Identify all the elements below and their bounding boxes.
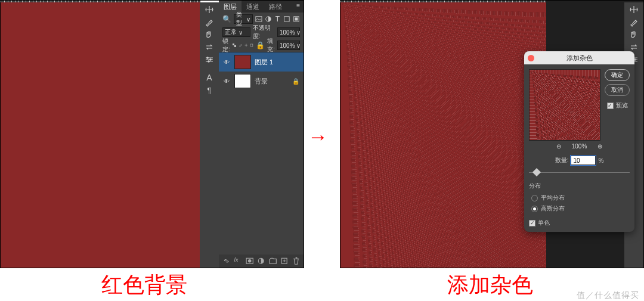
dialog-titlebar[interactable]: 添加杂色	[524, 51, 634, 64]
tab-channels[interactable]: 通道	[242, 1, 264, 13]
layer-thumbnail[interactable]	[234, 55, 251, 69]
noise-preview[interactable]	[529, 69, 600, 141]
visibility-icon[interactable]: 👁	[222, 78, 231, 85]
blend-mode-select[interactable]: 正常 ∨	[222, 27, 250, 37]
chevron-down-icon: ∨	[296, 42, 301, 49]
type-icon[interactable]: A	[201, 72, 218, 83]
lock-all-icon[interactable]: 🔒	[256, 41, 265, 50]
amount-input[interactable]	[571, 156, 596, 165]
zoom-percent: 100%	[572, 143, 587, 150]
type-filter-icon[interactable]: T	[274, 14, 281, 24]
dialog-buttons: 确定 取消 ✓ 预览	[605, 69, 630, 110]
radio-uniform[interactable]: 平均分布	[529, 193, 630, 203]
hand-icon[interactable]	[626, 29, 642, 41]
svg-point-2	[208, 61, 209, 62]
slider-track	[529, 172, 630, 173]
svg-point-16	[634, 59, 636, 60]
amount-row: 数量: %	[529, 156, 630, 165]
svg-rect-8	[233, 44, 234, 45]
dialog-title: 添加杂色	[566, 54, 593, 63]
visibility-icon[interactable]: 👁	[222, 59, 231, 66]
layer-row[interactable]: 👁 图层 1	[219, 52, 304, 72]
chevron-down-icon: ∨	[239, 29, 243, 36]
link-icon[interactable]	[222, 257, 230, 265]
radio-icon	[531, 206, 538, 212]
preview-label: 预览	[616, 101, 628, 110]
layers-panel: 图层 通道 路径 ≡ 🔍 类型 ∨ T 正常 ∨ 不透明度: 100% ∨ 锁定…	[219, 1, 304, 268]
ok-button[interactable]: 确定	[605, 69, 630, 81]
image-icon[interactable]	[255, 14, 262, 24]
distribution-label: 分布	[529, 182, 630, 190]
canvas-with-noise[interactable]	[340, 1, 546, 268]
layers-list: 👁 图层 1 👁 背景 🔒	[219, 52, 304, 91]
kind-select[interactable]: 类型 ∨	[234, 14, 253, 24]
divider	[201, 66, 218, 71]
add-noise-dialog: 添加杂色 确定 取消 ✓ 预览 ⊖ 100% ⊕ 数量: %	[524, 51, 634, 232]
svg-rect-10	[250, 44, 253, 46]
svg-rect-3	[256, 17, 262, 21]
panel-footer: fx	[219, 255, 304, 268]
tab-paths[interactable]: 路径	[264, 1, 287, 13]
svg-point-1	[210, 59, 211, 60]
swap-icon[interactable]	[201, 41, 218, 53]
panel-tabs: 图层 通道 路径 ≡	[219, 1, 304, 13]
close-icon[interactable]	[528, 55, 534, 61]
slider-thumb[interactable]	[532, 168, 541, 176]
radio-gaussian[interactable]: 高斯分布	[529, 203, 630, 214]
arrows-icon[interactable]	[201, 4, 218, 15]
caption-left: 红色背景	[101, 271, 187, 300]
svg-rect-7	[295, 17, 298, 20]
lock-artboard-icon[interactable]	[250, 41, 253, 50]
checkbox-icon: ✓	[607, 103, 614, 109]
right-screenshot: 添加杂色 确定 取消 ✓ 预览 ⊖ 100% ⊕ 数量: %	[340, 0, 644, 268]
layer-name[interactable]: 背景	[255, 77, 288, 86]
ruler	[340, 1, 546, 2]
hand-icon[interactable]	[201, 29, 218, 41]
brush-icon[interactable]	[626, 16, 642, 28]
new-icon[interactable]	[280, 257, 288, 265]
distribution-section: 分布 平均分布 高斯分布	[529, 182, 630, 214]
group-icon[interactable]	[269, 257, 277, 265]
lock-pos-icon[interactable]	[244, 41, 248, 50]
caption-right: 添加杂色	[447, 271, 533, 300]
zoom-in-icon[interactable]: ⊕	[597, 143, 602, 150]
radio-label: 平均分布	[541, 194, 565, 202]
arrow-right-icon: →	[308, 125, 328, 148]
layer-thumbnail[interactable]	[234, 74, 251, 88]
layer-row[interactable]: 👁 背景 🔒	[219, 72, 304, 91]
left-screenshot: A ¶ 图层 通道 路径 ≡ 🔍 类型 ∨ T 正常 ∨ 不透明度: 100% …	[0, 0, 304, 268]
arrows-icon[interactable]	[626, 4, 642, 15]
fill-label: 填充:	[267, 37, 275, 54]
lock-pixel-icon[interactable]	[239, 41, 242, 50]
mono-checkbox[interactable]: ✓ 单色	[529, 219, 630, 227]
fill-adj-icon[interactable]	[257, 257, 265, 265]
lock-trans-icon[interactable]	[233, 41, 236, 50]
canvas-red-bg[interactable]	[1, 1, 200, 268]
kind-label: 类型	[236, 11, 244, 27]
opacity-value: 100%	[280, 29, 295, 36]
trash-icon[interactable]	[292, 257, 300, 265]
svg-point-0	[207, 57, 208, 58]
cancel-button[interactable]: 取消	[605, 84, 630, 96]
adjust-icon[interactable]	[265, 14, 272, 24]
smart-icon[interactable]	[293, 14, 300, 24]
blend-mode-value: 正常	[225, 28, 237, 36]
fx-icon[interactable]: fx	[234, 257, 242, 265]
panel-menu-icon[interactable]: ≡	[293, 1, 304, 13]
amount-slider[interactable]	[529, 167, 630, 177]
svg-rect-5	[284, 17, 289, 21]
search-icon[interactable]: 🔍	[222, 14, 231, 24]
opacity-select[interactable]: 100% ∨	[277, 27, 300, 37]
layer-name[interactable]: 图层 1	[255, 58, 288, 67]
zoom-controls: ⊖ 100% ⊕	[529, 143, 630, 150]
paragraph-icon[interactable]: ¶	[201, 84, 218, 96]
checkbox-icon: ✓	[529, 220, 535, 226]
lock-label: 锁定:	[222, 37, 230, 54]
slider-icon[interactable]	[201, 54, 218, 66]
shape-icon[interactable]	[283, 14, 290, 24]
mask-icon[interactable]	[246, 257, 253, 265]
preview-checkbox[interactable]: ✓ 预览	[607, 101, 628, 110]
brush-icon[interactable]	[201, 16, 218, 28]
zoom-out-icon[interactable]: ⊖	[556, 143, 561, 150]
fill-select[interactable]: 100% ∨	[277, 41, 300, 50]
